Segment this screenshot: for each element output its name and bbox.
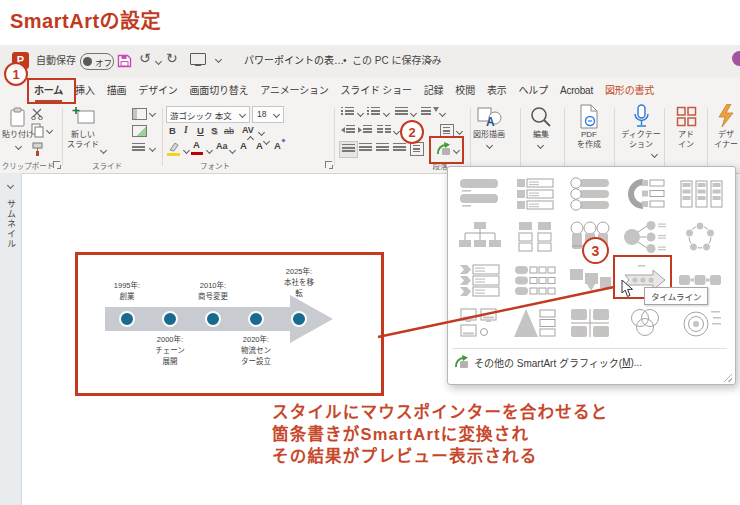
sort-arrow-icon (433, 107, 439, 112)
change-case-button[interactable]: Aa (216, 141, 228, 151)
italic-button[interactable]: I (184, 125, 188, 135)
columns-icon[interactable] (377, 125, 391, 135)
slide-layout-icon[interactable] (132, 108, 147, 120)
tab-record[interactable]: 記録 (418, 77, 450, 104)
gallery-item-vertical-circle-list[interactable] (562, 172, 617, 215)
undo-icon[interactable]: ↺ (139, 50, 151, 66)
clipboard-group-label: クリップボード (0, 160, 56, 171)
bold-button[interactable]: B (169, 125, 176, 136)
tab-acrobat[interactable]: Acrobat (554, 77, 599, 104)
autosave-toggle[interactable]: オフ (80, 53, 114, 70)
gallery-item-matrix[interactable] (562, 301, 617, 344)
gallery-item-two-column-list[interactable] (507, 215, 562, 258)
align-right-button[interactable] (376, 143, 389, 153)
align-left-button[interactable] (339, 141, 358, 158)
cut-icon[interactable] (31, 108, 45, 120)
gallery-item-pill-process-list[interactable] (507, 258, 562, 301)
justify-button[interactable] (393, 143, 406, 153)
account-avatar[interactable] (732, 51, 740, 66)
expand-pane-chevron-icon[interactable] (7, 182, 14, 189)
more-smartart-accelerator: M (622, 357, 630, 368)
designer-label[interactable]: デザ イナー (706, 130, 740, 150)
numbering-icon[interactable] (367, 107, 380, 117)
paste-label[interactable]: 貼り付け (2, 130, 34, 140)
tab-shape-format[interactable]: 図形の書式 (599, 77, 660, 104)
undo-dropdown-icon[interactable] (155, 58, 162, 65)
dictate-microphone-icon[interactable] (630, 104, 653, 129)
highlight-color-icon[interactable] (166, 141, 181, 157)
save-icon[interactable] (117, 53, 133, 69)
gallery-item-vertical-box-list[interactable] (507, 172, 562, 215)
tab-design[interactable]: デザイン (132, 77, 183, 104)
copy-icon[interactable] (31, 123, 45, 138)
decrease-indent-icon[interactable] (341, 125, 355, 135)
shrink-font-button[interactable]: A (256, 140, 263, 151)
text-shadow-button[interactable]: S (211, 125, 217, 136)
slideshow-monitor-icon[interactable] (190, 53, 206, 65)
line-spacing-icon[interactable] (395, 107, 408, 117)
font-dialog-launcher-icon[interactable] (325, 161, 332, 168)
font-color-button[interactable]: A (193, 139, 200, 150)
clipboard-dialog-launcher-icon[interactable] (53, 161, 60, 168)
dictate-label[interactable]: ディクテー ション (617, 130, 665, 150)
ruby-button[interactable]: A (274, 140, 281, 151)
font-name-dropdown-icon[interactable] (239, 111, 246, 118)
sort-text-icon[interactable] (421, 107, 431, 117)
create-pdf-label[interactable]: PDF を作成 (569, 130, 609, 150)
align-text-icon[interactable] (410, 142, 424, 156)
grow-font-button[interactable]: A (240, 140, 247, 151)
gallery-item-target[interactable] (672, 301, 727, 344)
gallery-item-cycle[interactable] (672, 215, 727, 258)
tab-draw[interactable]: 描画 (101, 77, 133, 104)
gallery-item-picture-list[interactable] (452, 301, 507, 344)
underline-button[interactable]: U (197, 125, 204, 136)
tab-slideshow[interactable]: スライド ショー (335, 77, 418, 104)
redo-icon[interactable]: ↻ (166, 50, 178, 66)
thumbnail-pane-label: サムネイル (5, 199, 18, 249)
addins-icon[interactable] (676, 106, 697, 127)
gallery-item-vertical-chevron-list[interactable] (452, 258, 507, 301)
shapes-drawing-label[interactable]: 図形描画 (466, 130, 512, 140)
font-size-input[interactable]: 18 (252, 106, 284, 123)
editing-icon[interactable] (530, 106, 552, 128)
gallery-item-venn[interactable] (617, 301, 672, 344)
gallery-item-continuous-list[interactable] (617, 172, 672, 215)
gallery-item-pyramid-list[interactable] (507, 301, 562, 344)
gallery-resize-grip[interactable] (724, 374, 732, 382)
increase-indent-icon[interactable] (358, 125, 372, 135)
tab-animations[interactable]: アニメーション (254, 77, 334, 104)
designer-icon[interactable] (717, 104, 735, 128)
reset-slide-icon[interactable] (132, 125, 147, 137)
bullets-icon[interactable] (341, 107, 354, 117)
shapes-drawing-icon[interactable]: A (477, 106, 503, 128)
tab-view[interactable]: 表示 (481, 77, 513, 104)
tab-transitions[interactable]: 画面切り替え (184, 77, 255, 104)
character-spacing-button[interactable]: AV (242, 125, 254, 135)
timeline-point (162, 311, 178, 327)
create-pdf-icon[interactable] (577, 104, 601, 130)
paste-icon[interactable] (9, 107, 27, 128)
tab-help[interactable]: ヘルプ (513, 77, 554, 104)
strikethrough-button[interactable]: ab (224, 126, 234, 136)
gallery-item-vertical-bullet-list[interactable] (452, 172, 507, 215)
gallery-divider (452, 348, 727, 349)
new-slide-label[interactable]: 新しい スライド (62, 130, 104, 150)
thumbnail-pane-collapsed[interactable]: サムネイル (0, 173, 22, 505)
more-smartart-menu-item[interactable]: その他の SmartArt グラフィック(M)... (454, 351, 642, 373)
font-size-dropdown-icon[interactable] (273, 111, 280, 118)
gallery-item-grouped-list[interactable] (672, 172, 727, 215)
gallery-item-org-chart[interactable] (452, 215, 507, 258)
gallery-item-step-down-process[interactable] (562, 258, 617, 301)
gallery-item-radial-list[interactable] (617, 215, 672, 258)
tab-review[interactable]: 校閲 (449, 77, 481, 104)
editing-label[interactable]: 編集 (527, 130, 555, 140)
font-color-bar-icon (191, 152, 203, 155)
section-icon[interactable] (132, 143, 145, 153)
font-name-input[interactable]: 游ゴシック 本文 (166, 106, 250, 123)
font-size-value: 18 (257, 109, 266, 119)
align-center-button[interactable] (359, 143, 372, 153)
format-painter-icon[interactable] (31, 142, 45, 158)
addins-label[interactable]: アド イン (668, 130, 704, 150)
new-slide-icon[interactable] (72, 106, 96, 128)
qat-more-icon[interactable] (215, 56, 222, 63)
